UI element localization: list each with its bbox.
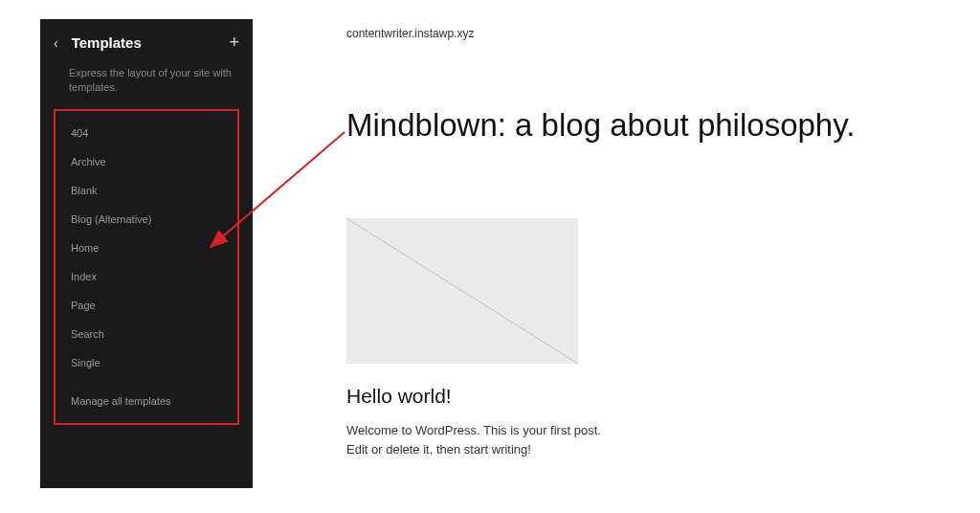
site-url: contentwriter.instawp.xyz	[346, 27, 940, 40]
sidebar-description: Express the layout of your site with tem…	[40, 66, 253, 109]
template-item-search[interactable]: Search	[56, 320, 237, 348]
template-item-single[interactable]: Single	[56, 348, 237, 377]
post-excerpt-line: Edit or delete it, then start writing!	[346, 442, 531, 457]
preview-content: contentwriter.instawp.xyz Mindblown: a b…	[346, 27, 940, 458]
template-item-blank[interactable]: Blank	[56, 176, 237, 205]
post-thumbnail-placeholder	[346, 218, 578, 364]
templates-sidebar: ‹ Templates + Express the layout of your…	[40, 19, 253, 488]
template-item-blog-alternative[interactable]: Blog (Alternative)	[56, 205, 237, 234]
template-item-page[interactable]: Page	[56, 291, 237, 320]
template-item-index[interactable]: Index	[56, 262, 237, 291]
add-template-icon[interactable]: +	[229, 33, 239, 53]
template-item-archive[interactable]: Archive	[56, 147, 237, 176]
sidebar-title: Templates	[72, 34, 230, 51]
templates-list-highlight: 404 Archive Blank Blog (Alternative) Hom…	[54, 109, 239, 425]
template-item-home[interactable]: Home	[56, 234, 237, 262]
sidebar-header: ‹ Templates +	[40, 33, 253, 66]
svg-line-0	[346, 218, 578, 364]
template-item-404[interactable]: 404	[56, 119, 237, 147]
post-excerpt-line: Welcome to WordPress. This is your first…	[346, 423, 601, 437]
blog-title: Mindblown: a blog about philosophy.	[346, 107, 940, 144]
manage-all-templates-link[interactable]: Manage all templates	[56, 387, 237, 415]
post-excerpt: Welcome to WordPress. This is your first…	[346, 421, 614, 458]
post-title[interactable]: Hello world!	[346, 385, 940, 408]
back-icon[interactable]: ‹	[54, 35, 58, 51]
